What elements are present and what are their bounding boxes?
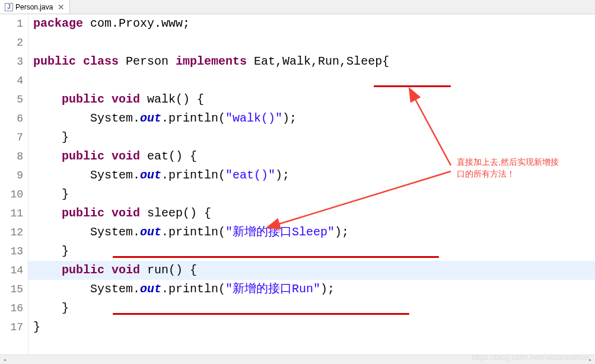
code-token: .println( <box>161 168 225 182</box>
line-number: 1− <box>0 14 23 33</box>
code-line[interactable]: package com.Proxy.www; <box>28 14 595 33</box>
code-token: void <box>112 206 140 220</box>
code-token: ); <box>335 225 349 239</box>
code-token: } <box>33 244 69 258</box>
scroll-left-icon[interactable]: ◂ <box>0 355 9 365</box>
code-area[interactable]: package com.Proxy.www;public class Perso… <box>28 14 595 355</box>
code-token: } <box>33 320 40 334</box>
code-line[interactable]: System.out.println("新增的接口Run"); <box>28 280 595 299</box>
code-token: out <box>140 225 161 239</box>
code-token: public <box>62 263 104 277</box>
line-number: 10− <box>0 185 23 204</box>
code-line[interactable]: System.out.println("eat()"); <box>28 166 595 185</box>
code-token <box>104 92 112 106</box>
code-line[interactable]: System.out.println("walk()"); <box>28 109 595 128</box>
code-line[interactable] <box>28 71 595 90</box>
line-number: 8− <box>0 147 23 166</box>
line-number: 11− <box>0 204 23 223</box>
code-token <box>76 55 83 68</box>
code-token: eat() { <box>140 149 197 163</box>
line-number: 13− <box>0 242 23 261</box>
code-token: com.Proxy.www; <box>83 17 190 30</box>
code-token: run() { <box>140 263 197 277</box>
code-token: .println( <box>161 282 225 296</box>
close-icon[interactable]: ✕ <box>58 2 65 12</box>
code-token: public <box>62 92 104 106</box>
watermark-text: https://blog.csdn.net/ruidianbaihuo <box>472 353 589 362</box>
code-line[interactable]: System.out.println("新增的接口Sleep"); <box>28 223 595 242</box>
code-token: void <box>112 92 140 106</box>
code-token: .println( <box>161 225 225 239</box>
code-token: ); <box>282 111 297 125</box>
line-number: 15− <box>0 280 23 299</box>
code-token: System. <box>33 282 140 296</box>
code-line[interactable]: public void walk() { <box>28 90 595 109</box>
editor-tab[interactable]: J Person.java ✕ <box>0 0 70 14</box>
code-token: public <box>62 149 104 163</box>
code-token <box>33 263 62 277</box>
line-number: 6− <box>0 109 23 128</box>
code-line[interactable]: } <box>28 128 595 147</box>
line-number: 17− <box>0 318 23 337</box>
line-number: 12− <box>0 223 23 242</box>
code-line[interactable]: } <box>28 299 595 318</box>
code-token: void <box>112 149 140 163</box>
code-token <box>33 92 62 106</box>
code-line[interactable]: public void eat() { <box>28 147 595 166</box>
code-token: .println( <box>161 111 225 125</box>
code-line[interactable]: } <box>28 318 595 337</box>
line-number: 5− <box>0 90 23 109</box>
code-token <box>104 206 112 220</box>
line-number: 16− <box>0 299 23 318</box>
code-token: out <box>140 282 161 296</box>
code-token: walk() { <box>140 92 204 106</box>
code-token: ); <box>320 282 335 296</box>
code-token: out <box>140 111 161 125</box>
code-token: "新增的接口Sleep" <box>225 225 335 239</box>
code-token: void <box>112 263 140 277</box>
code-line[interactable]: public class Person implements Eat,Walk,… <box>28 52 595 71</box>
code-token: "walk()" <box>225 111 282 125</box>
code-line[interactable]: public void sleep() { <box>28 204 595 223</box>
code-editor[interactable]: 1−2−3−4−5−6−7−8−9−10−11−12−13−14−15−16−1… <box>0 14 595 355</box>
line-number: 7− <box>0 128 23 147</box>
code-token: package <box>33 17 83 30</box>
code-line[interactable]: } <box>28 242 595 261</box>
code-token <box>33 149 62 163</box>
code-token: "新增的接口Run" <box>225 282 320 296</box>
line-number: 2− <box>0 33 23 52</box>
line-number: 9− <box>0 166 23 185</box>
code-line[interactable] <box>28 33 595 52</box>
code-token: "eat()" <box>225 168 275 182</box>
code-token <box>104 149 112 163</box>
java-file-icon: J <box>5 3 13 11</box>
code-token: } <box>33 187 69 201</box>
code-token <box>104 263 112 277</box>
code-line[interactable]: public void run() { <box>28 261 595 280</box>
line-number: 3− <box>0 52 23 71</box>
code-token: } <box>33 301 69 315</box>
tab-filename: Person.java <box>15 3 53 11</box>
code-token: public <box>62 206 104 220</box>
code-token: implements <box>176 55 247 68</box>
code-token: Person <box>119 55 176 68</box>
code-token: System. <box>33 168 140 182</box>
code-token: System. <box>33 111 140 125</box>
code-token: ); <box>275 168 289 182</box>
code-token: out <box>140 168 161 182</box>
line-number: 14− <box>0 261 23 280</box>
line-number: 4− <box>0 71 23 90</box>
code-token: } <box>33 130 69 144</box>
code-token: class <box>83 55 119 68</box>
code-token: sleep() { <box>140 206 211 220</box>
code-line[interactable]: } <box>28 185 595 204</box>
code-token: public <box>33 55 76 68</box>
code-token: Eat,Walk,Run,Sleep{ <box>247 55 389 68</box>
code-token <box>33 206 62 220</box>
tab-bar: J Person.java ✕ <box>0 0 595 14</box>
line-number-gutter: 1−2−3−4−5−6−7−8−9−10−11−12−13−14−15−16−1… <box>0 14 28 355</box>
code-token: System. <box>33 225 140 239</box>
